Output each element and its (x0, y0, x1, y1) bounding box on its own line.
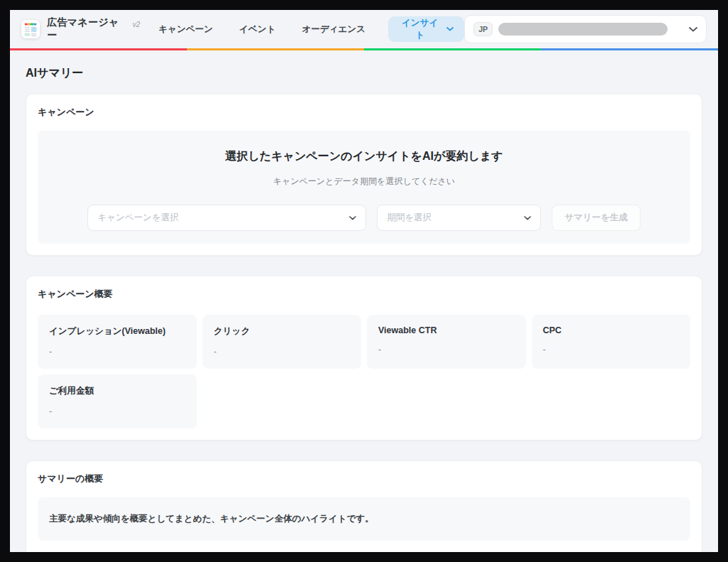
nav-item-insight[interactable]: インサイト (388, 16, 464, 42)
campaign-cta-panel: 選択したキャンペーンのインサイトをAIが要約します キャンペーンとデータ期間を選… (38, 131, 690, 244)
summary-overview-card: サマリーの概要 主要な成果や傾向を概要としてまとめた、キャンペーン全体のハイライ… (26, 460, 702, 562)
chevron-down-icon (524, 216, 531, 220)
chevron-down-icon (446, 27, 454, 31)
page-title: AIサマリー (26, 66, 702, 81)
campaign-card-heading: キャンペーン (38, 106, 690, 119)
metric-label: Viewable CTR (378, 325, 515, 335)
app-logo-icon (21, 19, 40, 39)
cta-controls-row: キャンペーンを選択 期間を選択 サマリーを生成 (49, 205, 679, 231)
account-name-redacted (498, 23, 668, 36)
metric-value: - (378, 345, 515, 355)
metric-value: - (543, 345, 680, 355)
chevron-down-icon (349, 216, 356, 220)
brand[interactable]: 広告マネージャー v2 (21, 16, 140, 42)
nav-item-event[interactable]: イベント (240, 23, 276, 36)
nav-item-audience[interactable]: オーディエンス (302, 23, 365, 36)
cta-subtitle: キャンペーンとデータ期間を選択してください (49, 175, 679, 188)
metric-tile-spend: ご利用金額 - (38, 374, 197, 428)
metric-value: - (214, 347, 350, 357)
generate-summary-button[interactable]: サマリーを生成 (552, 205, 641, 231)
account-country-badge: JP (473, 22, 493, 36)
app-title: 広告マネージャー (47, 16, 124, 42)
campaign-select[interactable]: キャンペーンを選択 (87, 205, 366, 231)
period-select-placeholder: 期間を選択 (387, 212, 432, 224)
metric-value: - (49, 406, 186, 416)
campaign-overview-card: キャンペーン概要 インプレッション(Viewable) - クリック - Vie… (26, 276, 702, 441)
chevron-down-icon (689, 27, 697, 32)
summary-description-panel: 主要な成果や傾向を概要としてまとめた、キャンペーン全体のハイライトです。 (38, 497, 690, 541)
app-window: 広告マネージャー v2 キャンペーン イベント オーディエンス インサイト JP… (0, 0, 728, 562)
nav-item-campaign[interactable]: キャンペーン (159, 23, 213, 36)
summary-card-heading: サマリーの概要 (38, 472, 690, 485)
main-nav: キャンペーン イベント オーディエンス (159, 23, 365, 36)
period-select[interactable]: 期間を選択 (377, 205, 541, 231)
metric-value: - (49, 347, 186, 357)
overview-card-heading: キャンペーン概要 (38, 288, 690, 301)
metric-tile-viewable-ctr: Viewable CTR - (367, 315, 526, 369)
app-version-badge: v2 (133, 21, 141, 28)
metric-tile-cpc: CPC - (532, 315, 691, 369)
campaign-select-card: キャンペーン 選択したキャンペーンのインサイトをAIが要約します キャンペーンと… (26, 94, 702, 256)
metrics-grid: インプレッション(Viewable) - クリック - Viewable CTR… (38, 315, 690, 428)
metric-tile-impressions: インプレッション(Viewable) - (38, 315, 197, 369)
metric-label: CPC (543, 325, 680, 335)
insight-label: インサイト (399, 17, 441, 41)
metric-label: クリック (214, 325, 350, 337)
campaign-select-placeholder: キャンペーンを選択 (97, 212, 178, 224)
metric-label: インプレッション(Viewable) (49, 325, 186, 337)
cta-title: 選択したキャンペーンのインサイトをAIが要約します (49, 149, 679, 164)
metric-label: ご利用金額 (49, 385, 186, 397)
header-gradient-divider (10, 48, 718, 50)
account-selector[interactable]: JP (464, 15, 707, 43)
top-navigation-bar: 広告マネージャー v2 キャンペーン イベント オーディエンス インサイト JP (10, 10, 718, 48)
metric-tile-clicks: クリック - (203, 315, 362, 369)
ai-summary-page: AIサマリー キャンペーン 選択したキャンペーンのインサイトをAIが要約します … (10, 66, 718, 562)
